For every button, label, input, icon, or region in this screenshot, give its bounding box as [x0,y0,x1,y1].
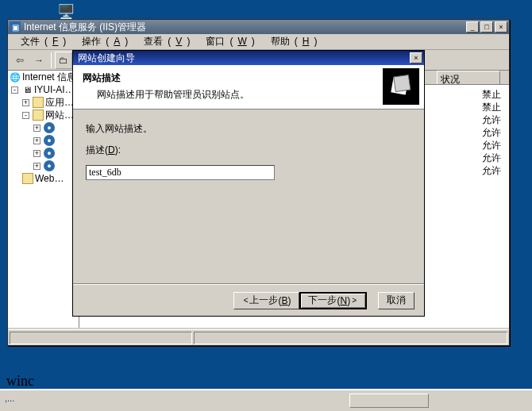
window-title: Internet 信息服务 (IIS)管理器 [24,21,465,34]
status-bar [8,329,509,345]
tree-expand-icon[interactable]: + [33,137,40,144]
column-status[interactable]: 状况 [437,71,500,84]
site-icon: ● [44,160,55,171]
network-icon: 🖥️ [57,3,75,21]
tree-collapse-icon[interactable]: - [11,86,18,94]
wizard-header-sub: 网站描述用于帮助管理员识别站点。 [97,88,414,102]
status-pane [10,332,192,344]
tree-node-sites[interactable]: -网站… [8,109,79,121]
wizard-title: 网站创建向导 [75,52,408,65]
menu-view[interactable]: 查看(V) [134,33,195,50]
cancel-button[interactable]: 取消 [378,292,414,309]
status-cell: 允许 [482,164,501,178]
wizard-titlebar[interactable]: 网站创建向导 × [73,51,424,65]
menu-window[interactable]: 窗口(W) [196,33,259,50]
tree-site-item[interactable]: +● [8,147,79,159]
site-creation-wizard: 网站创建向导 × 网站描述 网站描述用于帮助管理员识别站点。 输入网站描述。 描… [72,50,425,317]
wizard-button-row: <上一步(B) 下一步(N)> 取消 [73,284,424,316]
menu-file[interactable]: 文件(F) [11,33,71,50]
internet-icon: 🌐 [10,71,21,83]
forward-button[interactable]: → [30,52,48,69]
taskbar-tray[interactable] [349,394,429,408]
tree-node-webext[interactable]: Web… [8,172,79,185]
status-cell: 禁止 [482,88,501,102]
wizard-header: 网站描述 网站描述用于帮助管理员识别站点。 [73,65,424,109]
folder-icon [22,173,33,184]
tree-pane[interactable]: 🌐Internet 信息… -🖥IYUI-AI… +应用… -网站… +● +●… [8,71,79,328]
iis-titlebar[interactable]: ▣ Internet 信息服务 (IIS)管理器 _ □ × [8,20,509,34]
tree-expand-icon[interactable]: + [22,99,29,106]
chevron-left-icon: < [244,296,249,305]
tree-site-item[interactable]: +● [8,121,79,134]
back-button[interactable]: <上一步(B) [233,292,300,309]
tree-node-apppools[interactable]: +应用… [8,96,79,109]
description-input[interactable] [86,165,275,180]
wizard-prompt: 输入网站描述。 [86,122,411,136]
site-icon: ● [44,148,55,159]
wizard-close-button[interactable]: × [410,52,422,63]
site-icon: ● [44,135,55,146]
svg-rect-1 [394,75,411,91]
app-icon: ▣ [10,21,21,33]
back-button[interactable]: ⇦ [11,52,29,69]
minimize-button[interactable]: _ [466,21,479,33]
status-pane [194,332,507,344]
wizard-banner-icon [383,68,419,105]
status-cell: 允许 [482,113,501,127]
site-icon: ● [44,122,55,133]
tree-site-item[interactable]: +● [8,134,79,147]
status-cell: 允许 [482,126,501,140]
tree-root[interactable]: 🌐Internet 信息… [8,71,79,83]
tree-site-item[interactable]: +● [8,159,79,172]
wizard-header-title: 网站描述 [83,71,414,85]
menu-help[interactable]: 帮助(H) [261,33,322,50]
up-button[interactable]: 🗀 [55,52,72,69]
tree-server[interactable]: -🖥IYUI-AI… [8,83,79,96]
wizard-content: 输入网站描述。 描述(D): [73,109,424,180]
folder-icon [33,97,44,108]
tree-collapse-icon[interactable]: - [22,112,29,119]
taskbar-item[interactable]: ,... [5,394,14,403]
tree-expand-icon[interactable]: + [33,163,40,170]
tree-expand-icon[interactable]: + [33,125,40,132]
chevron-right-icon: > [352,296,357,305]
status-cell: 允许 [482,152,501,165]
description-label: 描述(D): [86,144,411,157]
maximize-button[interactable]: □ [480,21,493,33]
close-button[interactable]: × [495,21,507,33]
folder-open-icon [33,109,44,121]
toolbar-separator [51,52,52,68]
wizard-body: 网站描述 网站描述用于帮助管理员识别站点。 输入网站描述。 描述(D): <上一… [73,65,424,316]
tree-expand-icon[interactable]: + [33,150,40,157]
next-button[interactable]: 下一步(N)> [299,292,367,309]
status-cell: 允许 [482,139,501,152]
server-icon: 🖥 [21,84,33,95]
menu-action[interactable]: 操作(A) [72,33,133,50]
page-footer-text: winc [6,373,34,390]
menu-bar: 文件(F) 操作(A) 查看(V) 窗口(W) 帮助(H) [8,34,509,50]
taskbar[interactable]: ,... [0,389,532,411]
status-cell: 禁止 [482,101,501,114]
